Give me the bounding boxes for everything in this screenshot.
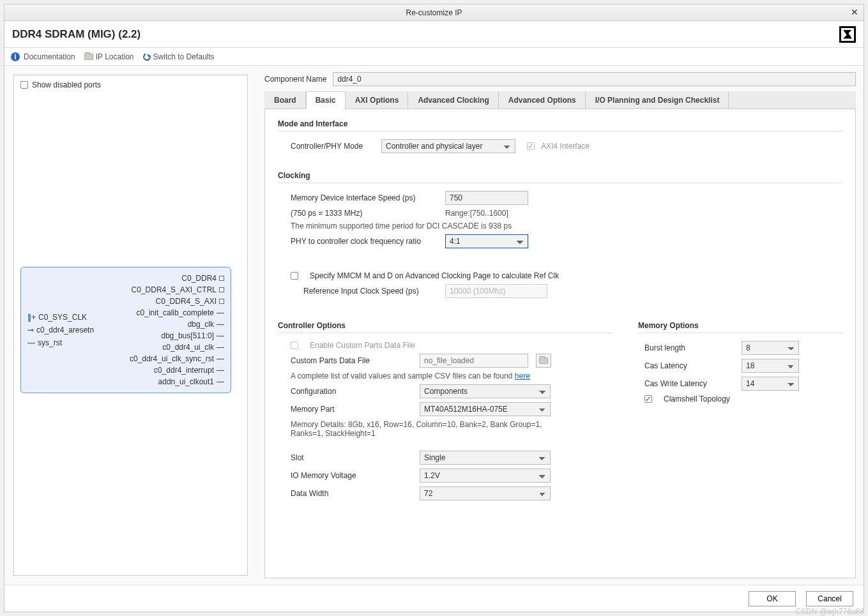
checkbox-icon: [20, 81, 28, 89]
memory-part-label: Memory Part: [291, 405, 412, 414]
burst-length-select[interactable]: 8: [742, 341, 799, 355]
burst-length-label: Burst length: [644, 343, 734, 352]
checkbox-icon: [291, 342, 298, 349]
pin-icon: —: [217, 331, 224, 340]
cas-write-latency-label: Cas Write Latency: [644, 379, 734, 388]
component-name-label: Component Name: [264, 75, 326, 84]
pin-icon: —: [217, 366, 224, 375]
outport: C0_DDR4_S_AXI: [156, 297, 217, 306]
show-disabled-ports-label: Show disabled ports: [32, 80, 101, 89]
outport: C0_DDR4_S_AXI_CTRL: [132, 285, 217, 294]
tab-io-planning[interactable]: I/O Planning and Design Checklist: [586, 91, 729, 109]
folder-icon: [539, 357, 548, 364]
port-diagram: ‖+C0_SYS_CLK ⊸c0_ddr4_aresetn —sys_rst C…: [20, 267, 231, 393]
dialog-window: Re-customize IP ✕ DDR4 SDRAM (MIG) (2.2)…: [4, 4, 864, 612]
valid-values-note: A complete list of valid values and samp…: [291, 372, 515, 380]
pin-icon: —: [217, 308, 224, 317]
port-icon: [219, 287, 224, 292]
reload-icon: [142, 52, 151, 61]
tab-basic[interactable]: Basic: [306, 91, 346, 109]
memory-part-select[interactable]: MT40A512M16HA-075E: [420, 402, 551, 416]
configuration-label: Configuration: [291, 387, 412, 396]
left-pane: Show disabled ports ‖+C0_SYS_CLK ⊸c0_ddr…: [4, 66, 257, 585]
port-icon: [219, 299, 224, 304]
section-memory-title: Memory Options: [638, 321, 842, 330]
info-icon: i: [11, 52, 20, 61]
inport: C0_SYS_CLK: [38, 313, 87, 322]
header: DDR4 SDRAM (MIG) (2.2): [4, 21, 864, 48]
tab-advanced-clocking[interactable]: Advanced Clocking: [408, 91, 498, 109]
slot-label: Slot: [291, 453, 412, 462]
component-name-input[interactable]: [333, 72, 856, 86]
speed-conversion: (750 ps = 1333 MHz): [291, 209, 438, 218]
switch-defaults-link[interactable]: Switch to Defaults: [143, 52, 215, 61]
mmcm-checkbox[interactable]: Specify MMCM M and D on Advanced Clockin…: [291, 271, 842, 280]
tab-advanced-options[interactable]: Advanced Options: [499, 91, 586, 109]
tab-axi-options[interactable]: AXI Options: [346, 91, 409, 109]
right-pane: Component Name Board Basic AXI Options A…: [257, 66, 864, 585]
outport: c0_ddr4_interrupt: [154, 366, 214, 375]
ref-clock-label: Reference Input Clock Speed (ps): [303, 287, 438, 296]
cancel-button[interactable]: Cancel: [806, 591, 853, 606]
outport: dbg_bus[511:0]: [161, 331, 214, 340]
section-controller-title: Controller Options: [278, 321, 613, 330]
outport: dbg_clk: [188, 320, 214, 329]
checkbox-icon: [644, 395, 652, 403]
ok-button[interactable]: OK: [749, 591, 796, 606]
phy-ratio-select[interactable]: 4:1: [445, 234, 528, 248]
inport: sys_rst: [38, 338, 62, 347]
mmcm-label: Specify MMCM M and D on Advanced Clockin…: [310, 271, 559, 280]
clamshell-label: Clamshell Topology: [664, 394, 730, 403]
data-width-label: Data Width: [291, 489, 412, 498]
cas-write-latency-select[interactable]: 14: [742, 377, 799, 391]
switch-defaults-label: Switch to Defaults: [153, 52, 215, 61]
speed-range: Range:[750..1600]: [445, 209, 508, 218]
documentation-label: Documentation: [24, 52, 75, 61]
cas-latency-label: Cas Latency: [644, 361, 734, 370]
pin-icon: —: [217, 377, 224, 386]
custom-file-input: [420, 354, 528, 368]
clamshell-checkbox[interactable]: Clamshell Topology: [644, 394, 842, 403]
io-voltage-select[interactable]: 1.2V: [420, 469, 551, 483]
page-title: DDR4 SDRAM (MIG) (2.2): [12, 28, 141, 41]
memory-details: Memory Details: 8Gb, x16, Row=16, Column…: [291, 420, 559, 438]
tab-board[interactable]: Board: [264, 91, 306, 109]
outport: addn_ui_clkout1: [158, 377, 214, 386]
documentation-link[interactable]: i Documentation: [11, 52, 75, 61]
show-disabled-ports-checkbox[interactable]: Show disabled ports: [20, 80, 241, 89]
io-voltage-label: IO Memory Voltage: [291, 471, 412, 480]
phy-ratio-label: PHY to controller clock frequency ratio: [291, 237, 438, 246]
browse-file-button[interactable]: [536, 354, 551, 368]
axi4-interface-label: AXI4 Interface: [541, 142, 590, 151]
vendor-logo-icon: [839, 26, 856, 43]
section-mode-title: Mode and Interface: [278, 119, 842, 128]
folder-icon: [84, 54, 93, 60]
pin-icon: —: [27, 338, 35, 347]
ref-clock-select: 10000 (100Mhz): [445, 284, 547, 298]
interface-speed-input[interactable]: [445, 191, 528, 205]
pin-icon: —: [217, 343, 224, 352]
checkbox-icon: [527, 142, 535, 150]
outport: c0_ddr4_ui_clk: [162, 343, 214, 352]
axi4-interface-checkbox: AXI4 Interface: [527, 142, 590, 151]
outport: c0_init_calib_complete: [137, 308, 214, 317]
custom-file-label: Custom Parts Data File: [291, 356, 412, 365]
controller-mode-label: Controller/PHY Mode: [291, 142, 374, 151]
bus-icon: ‖+: [27, 313, 36, 322]
outport: C0_DDR4: [181, 274, 217, 283]
here-link[interactable]: here: [515, 372, 530, 380]
cas-latency-select[interactable]: 18: [742, 359, 799, 373]
inport: c0_ddr4_aresetn: [36, 326, 94, 334]
configuration-select[interactable]: Components: [420, 384, 551, 398]
controller-mode-select[interactable]: Controller and physical layer: [381, 139, 515, 153]
pin-icon: —: [217, 320, 224, 329]
port-icon: [219, 276, 224, 281]
dialog-title: Re-customize IP: [406, 8, 462, 17]
close-icon[interactable]: ✕: [851, 7, 858, 17]
slot-select[interactable]: Single: [420, 451, 551, 465]
pin-icon: —: [217, 354, 224, 363]
data-width-select[interactable]: 72: [420, 486, 551, 500]
tab-bar: Board Basic AXI Options Advanced Clockin…: [264, 91, 856, 109]
dci-cascade-note: The minimum supported time period for DC…: [291, 222, 842, 230]
ip-location-link[interactable]: IP Location: [84, 52, 134, 61]
